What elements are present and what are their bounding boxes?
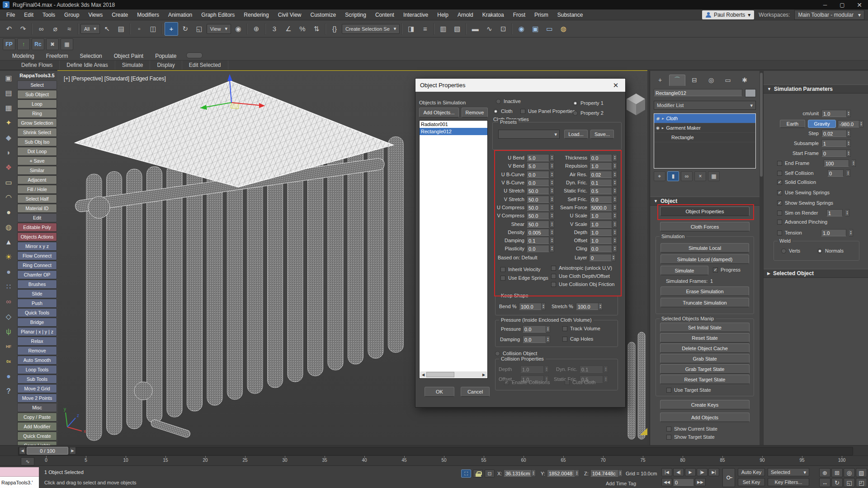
spinner[interactable] — [846, 169, 850, 177]
workspace-dropdown[interactable]: Main Toolbar - modular▾ — [794, 10, 864, 20]
menu-item[interactable]: Arnold — [453, 9, 478, 20]
select-by-name-icon[interactable]: ▤▾ — [114, 22, 128, 36]
align-icon[interactable]: ≡▾ — [418, 22, 432, 36]
list-item[interactable]: Rectangle012 — [420, 128, 487, 135]
spinner[interactable] — [546, 336, 550, 343]
rappatools-button[interactable]: Remove — [17, 346, 57, 355]
rappatools-button[interactable]: RappaTools3.5 — [17, 71, 57, 80]
z-coordinate-field[interactable]: 104.7448c — [590, 469, 623, 477]
value-field[interactable]: 0.0 — [527, 171, 549, 178]
value-field[interactable]: 0.0 — [527, 245, 549, 252]
value-field[interactable]: 50.0 — [527, 221, 549, 228]
earth-button[interactable]: Earth — [780, 120, 805, 128]
orb-icon[interactable]: ● — [3, 266, 14, 277]
show-target-state-checkbox[interactable]: Show Target State — [666, 434, 715, 440]
grid-table-icon[interactable]: ▦ — [61, 38, 73, 50]
layer-panels-icon[interactable]: ▦ — [3, 102, 14, 113]
menu-item[interactable]: Krakatoa — [478, 9, 509, 20]
modifier-stack-row[interactable]: ◉ ▸ Cloth — [654, 114, 755, 123]
simulation-parameters-header[interactable]: ▼Simulation Parameters — [764, 84, 868, 94]
populate-arrow-icon[interactable]: ↑ — [17, 38, 30, 50]
ribbon-tab[interactable]: Populate — [149, 52, 182, 60]
value-field[interactable]: 1.0 — [590, 237, 612, 244]
menu-item[interactable]: Frost — [509, 9, 530, 20]
time-slider-handle[interactable]: 0 / 100 — [27, 447, 68, 455]
rappatools-button[interactable]: Select Half — [17, 194, 57, 203]
hf-brush-icon[interactable]: HF — [3, 341, 14, 352]
spinner[interactable] — [613, 204, 617, 211]
spinner[interactable] — [550, 229, 554, 236]
rappatools-button[interactable]: Dot Loop — [17, 147, 57, 156]
previous-key-button[interactable]: ◀◀ — [661, 478, 672, 486]
cloth-option-checkbox[interactable]: Inherit Velocity — [500, 267, 548, 272]
value-field[interactable]: 0.0 — [590, 154, 612, 161]
camera-icon[interactable]: ◆ — [3, 132, 14, 143]
spinner[interactable] — [613, 229, 617, 236]
maximize-viewport-icon[interactable]: ◱ — [844, 478, 855, 487]
menu-item[interactable]: Civil View — [274, 9, 306, 20]
tool-cross-icon[interactable]: ✖ — [46, 38, 59, 50]
next-frame-button[interactable]: |▶ — [697, 468, 708, 476]
listener-script-row[interactable]: RappaTools3.' — [0, 477, 39, 488]
view-cube[interactable] — [627, 94, 645, 115]
spinner[interactable] — [613, 171, 617, 178]
motion-tab[interactable]: ◎ — [703, 75, 719, 85]
rect-selection-region-icon[interactable]: ▫▾ — [132, 22, 146, 36]
rappatools-button[interactable]: Cams Lights — [17, 441, 57, 445]
ok-button[interactable]: OK — [425, 387, 454, 397]
populate-fp-icon[interactable]: FP — [3, 38, 15, 50]
menu-item[interactable]: Graph Editors — [197, 9, 239, 20]
end-frame-field[interactable]: 100 — [824, 160, 849, 167]
visibility-eye-icon[interactable]: ◉ — [656, 116, 660, 121]
rappatools-button[interactable]: Sub Object — [17, 90, 57, 99]
redo-icon[interactable]: ↷▾ — [16, 22, 30, 36]
value-field[interactable]: 1.0 — [590, 221, 612, 228]
simulate-local-damped-button[interactable]: Simulate Local (damped) — [660, 254, 749, 264]
scale-icon[interactable]: ◱▾ — [193, 22, 206, 36]
modify-tab[interactable]: ⌒ — [669, 75, 685, 86]
sim-option-checkbox[interactable]: Solid Collision — [777, 179, 833, 185]
menu-item[interactable]: File — [2, 9, 19, 20]
x-coordinate-field[interactable]: 36.1316cm — [504, 469, 536, 477]
sphere-icon[interactable]: ● — [3, 206, 14, 218]
remove-modifier-icon[interactable]: × — [694, 171, 706, 181]
menu-item[interactable]: Substance — [553, 9, 588, 20]
pan-icon[interactable]: ↔ — [819, 478, 830, 487]
create-selection-set-dropdown[interactable]: Create Selection Se▾ — [342, 24, 400, 34]
go-to-start-button[interactable]: |◀ — [661, 468, 672, 476]
listener-macro-row[interactable] — [0, 467, 39, 477]
spinner[interactable] — [859, 120, 863, 127]
batch-camera-icon[interactable]: ❖ — [3, 162, 14, 173]
spinner[interactable] — [599, 303, 603, 310]
layer-field[interactable]: 0 — [589, 254, 612, 261]
spinner[interactable] — [613, 154, 617, 161]
step-field[interactable]: 0.02 — [821, 130, 847, 137]
track-volume-checkbox[interactable]: Track Volume — [562, 326, 600, 331]
value-field[interactable]: 50.0 — [527, 196, 549, 203]
zoom-extents-icon[interactable]: ◎ — [844, 468, 855, 477]
mirror-icon[interactable]: ◨▾ — [404, 22, 418, 36]
minimize-button[interactable]: ─ — [816, 0, 834, 9]
show-current-state-checkbox[interactable]: Show Current State — [666, 426, 717, 432]
time-slider-track[interactable] — [18, 447, 853, 455]
go-to-end-button[interactable]: ▶| — [708, 468, 719, 476]
self-collision-checkbox[interactable] — [777, 171, 782, 176]
spinner[interactable] — [612, 254, 616, 261]
rappatools-button[interactable]: Quick Create — [17, 432, 57, 441]
weld-verts-radio[interactable]: Verts — [781, 248, 800, 253]
object-name-field[interactable]: Rectangle012 — [654, 89, 742, 96]
cap-holes-checkbox[interactable]: Cap Holes — [562, 336, 593, 342]
rappatools-button[interactable]: Edit — [17, 213, 57, 222]
teapot-icon[interactable]: ◍ — [3, 221, 14, 233]
value-field[interactable]: 0.005 — [527, 229, 549, 236]
menu-item[interactable]: Customize — [306, 9, 341, 20]
spinner-snap-icon[interactable]: ⇅▾ — [310, 22, 323, 36]
rappatools-button[interactable]: Select — [17, 80, 57, 89]
frame-forward-icon[interactable]: ▶ — [69, 447, 76, 455]
plane-icon[interactable]: ◇ — [3, 311, 14, 322]
manip-button[interactable]: Set Initial State — [660, 323, 750, 332]
menu-item[interactable]: Animation — [164, 9, 197, 20]
layer-explorer-icon[interactable]: ▧▾ — [450, 22, 464, 36]
rappatools-rc-icon[interactable]: Rc — [32, 38, 44, 50]
y-coordinate-field[interactable]: 1852.0048 — [547, 469, 579, 477]
